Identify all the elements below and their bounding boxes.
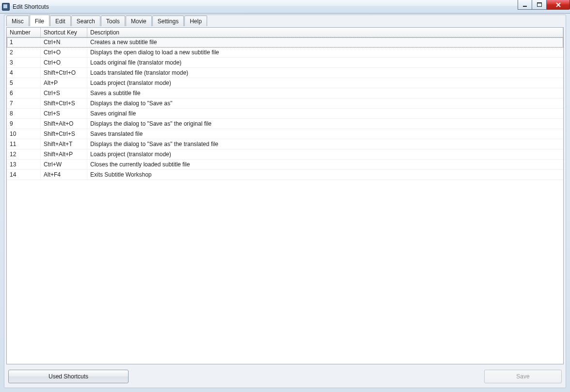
cell-shortcut: Shift+Ctrl+S bbox=[41, 98, 87, 108]
table-row[interactable]: 9Shift+Alt+ODisplays the dialog to "Save… bbox=[7, 119, 563, 129]
table-row[interactable]: 12Shift+Alt+PLoads project (translator m… bbox=[7, 149, 563, 160]
cell-description: Saves translated file bbox=[87, 129, 563, 139]
tab-file[interactable]: File bbox=[30, 15, 49, 26]
table-row[interactable]: 1Ctrl+NCreates a new subtitle file bbox=[7, 37, 563, 48]
cell-shortcut: Shift+Ctrl+O bbox=[41, 68, 87, 78]
cell-number: 4 bbox=[7, 68, 41, 78]
cell-shortcut: Shift+Alt+P bbox=[41, 149, 87, 159]
cell-number: 13 bbox=[7, 160, 41, 169]
table-row[interactable]: 10Shift+Ctrl+SSaves translated file bbox=[7, 129, 563, 139]
cell-number: 6 bbox=[7, 88, 41, 98]
cell-shortcut: Shift+Alt+O bbox=[41, 119, 87, 129]
cell-number: 12 bbox=[7, 149, 41, 159]
grid-header-row: Number Shortcut Key Description bbox=[7, 28, 563, 37]
title-bar: Edit Shortcuts bbox=[0, 0, 570, 14]
cell-description: Displays the dialog to "Save as" the tra… bbox=[87, 139, 563, 149]
window-controls bbox=[518, 0, 570, 10]
cell-description: Loads original file (translator mode) bbox=[87, 58, 563, 67]
tab-bar: MiscFileEditSearchToolsMovieSettingsHelp bbox=[5, 16, 565, 27]
cell-shortcut: Alt+F4 bbox=[41, 170, 87, 180]
tab-search[interactable]: Search bbox=[71, 16, 100, 26]
svg-rect-0 bbox=[523, 6, 527, 7]
cell-description: Closes the currently loaded subtitle fil… bbox=[87, 160, 563, 169]
cell-description: Displays the dialog to "Save as" the ori… bbox=[87, 119, 563, 129]
table-row[interactable]: 4Shift+Ctrl+OLoads translated file (tran… bbox=[7, 68, 563, 78]
cell-number: 14 bbox=[7, 170, 41, 180]
cell-shortcut: Ctrl+O bbox=[41, 48, 87, 57]
cell-description: Exits Subtitle Workshop bbox=[87, 170, 563, 180]
cell-number: 1 bbox=[7, 37, 41, 47]
table-row[interactable]: 11Shift+Alt+TDisplays the dialog to "Sav… bbox=[7, 139, 563, 149]
cell-number: 11 bbox=[7, 139, 41, 149]
cell-description: Saves a subtitle file bbox=[87, 88, 563, 98]
cell-number: 10 bbox=[7, 129, 41, 139]
table-row[interactable]: 8Ctrl+SSaves original file bbox=[7, 109, 563, 119]
table-row[interactable]: 5Alt+PLoads project (translator mode) bbox=[7, 78, 563, 88]
column-header-description[interactable]: Description bbox=[87, 28, 563, 37]
cell-shortcut: Shift+Ctrl+S bbox=[41, 129, 87, 139]
close-button[interactable] bbox=[547, 0, 570, 10]
cell-description: Displays the open dialog to load a new s… bbox=[87, 48, 563, 57]
table-row[interactable]: 2Ctrl+ODisplays the open dialog to load … bbox=[7, 48, 563, 58]
cell-shortcut: Ctrl+S bbox=[41, 88, 87, 98]
cell-description: Loads project (translator mode) bbox=[87, 78, 563, 88]
tab-misc[interactable]: Misc bbox=[6, 16, 29, 26]
cell-description: Loads translated file (translator mode) bbox=[87, 68, 563, 78]
cell-number: 5 bbox=[7, 78, 41, 88]
tab-tools[interactable]: Tools bbox=[101, 16, 125, 26]
footer: Used Shortcuts Save bbox=[5, 364, 565, 387]
column-header-shortcut[interactable]: Shortcut Key bbox=[41, 28, 87, 37]
cell-description: Loads project (translator mode) bbox=[87, 149, 563, 159]
tab-movie[interactable]: Movie bbox=[126, 16, 152, 26]
table-row[interactable]: 6Ctrl+SSaves a subtitle file bbox=[7, 88, 563, 98]
maximize-button[interactable] bbox=[532, 0, 547, 10]
cell-number: 9 bbox=[7, 119, 41, 129]
window-body: MiscFileEditSearchToolsMovieSettingsHelp… bbox=[4, 15, 566, 388]
table-row[interactable]: 14Alt+F4Exits Subtitle Workshop bbox=[7, 170, 563, 180]
cell-description: Saves original file bbox=[87, 109, 563, 118]
save-button[interactable]: Save bbox=[484, 370, 562, 383]
used-shortcuts-button[interactable]: Used Shortcuts bbox=[8, 370, 129, 383]
cell-number: 3 bbox=[7, 58, 41, 67]
app-icon bbox=[2, 3, 10, 11]
cell-shortcut: Ctrl+S bbox=[41, 109, 87, 118]
table-row[interactable]: 13Ctrl+WCloses the currently loaded subt… bbox=[7, 160, 563, 170]
cell-description: Creates a new subtitle file bbox=[87, 37, 563, 47]
table-row[interactable]: 3Ctrl+OLoads original file (translator m… bbox=[7, 58, 563, 68]
shortcuts-grid: Number Shortcut Key Description 1Ctrl+NC… bbox=[6, 27, 564, 364]
cell-number: 7 bbox=[7, 98, 41, 108]
cell-shortcut: Shift+Alt+T bbox=[41, 139, 87, 149]
cell-shortcut: Ctrl+W bbox=[41, 160, 87, 169]
cell-description: Displays the dialog to "Save as" bbox=[87, 98, 563, 108]
minimize-button[interactable] bbox=[518, 0, 532, 10]
tab-edit[interactable]: Edit bbox=[50, 16, 71, 26]
window-title: Edit Shortcuts bbox=[13, 3, 49, 10]
cell-shortcut: Ctrl+O bbox=[41, 58, 87, 67]
cell-number: 8 bbox=[7, 109, 41, 118]
tab-settings[interactable]: Settings bbox=[152, 16, 184, 26]
svg-rect-2 bbox=[537, 2, 542, 3]
tab-help[interactable]: Help bbox=[184, 16, 207, 26]
grid-body[interactable]: 1Ctrl+NCreates a new subtitle file2Ctrl+… bbox=[7, 37, 563, 364]
cell-shortcut: Ctrl+N bbox=[41, 37, 87, 47]
cell-number: 2 bbox=[7, 48, 41, 57]
table-row[interactable]: 7Shift+Ctrl+SDisplays the dialog to "Sav… bbox=[7, 98, 563, 109]
cell-shortcut: Alt+P bbox=[41, 78, 87, 88]
column-header-number[interactable]: Number bbox=[7, 28, 41, 37]
